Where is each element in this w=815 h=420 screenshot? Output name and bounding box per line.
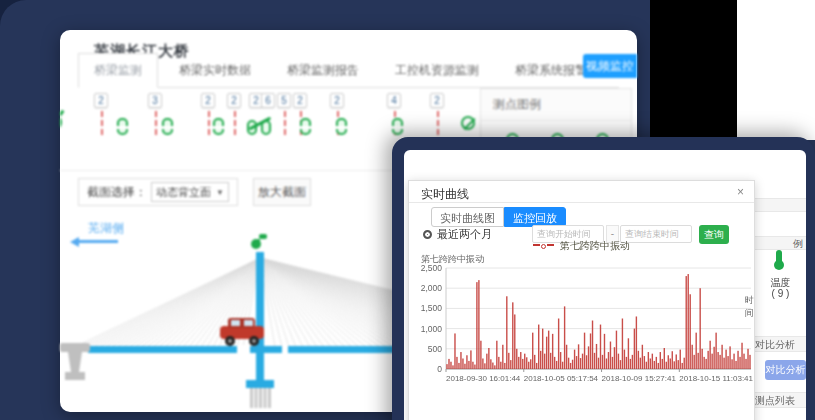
chart-bar	[612, 357, 613, 369]
chart-bar	[644, 356, 645, 369]
chart-bar	[664, 348, 665, 369]
chart-bar	[678, 360, 679, 369]
car-window	[244, 320, 253, 326]
chart-bar	[626, 357, 627, 369]
chart-bar	[654, 361, 655, 369]
chart-bar	[701, 349, 702, 369]
x-tick-label: 2018-10-05 05:17:54	[524, 374, 599, 383]
compare-analysis-button[interactable]: 对比分析	[765, 360, 806, 380]
chart-bar	[672, 351, 673, 369]
chart-bar	[666, 362, 667, 369]
chart-bar	[594, 353, 595, 369]
chart-bar	[737, 351, 738, 369]
chart-bar	[558, 319, 559, 370]
pile	[255, 388, 258, 408]
chart-bar	[584, 333, 585, 369]
chart-bar	[614, 347, 615, 369]
temperature-count: ( 9 )	[755, 288, 806, 299]
chart-bar	[727, 356, 728, 369]
left-pier-stem	[68, 352, 82, 372]
chart-bar	[711, 354, 712, 369]
chart-bar	[448, 359, 449, 369]
chart-bar	[578, 344, 579, 369]
chart-bar	[554, 357, 555, 369]
chart-bar	[602, 355, 603, 369]
chart-bar	[466, 355, 467, 369]
chart-bar	[508, 353, 509, 369]
y-tick-label: 2,000	[421, 283, 443, 293]
chart-bar	[691, 345, 692, 369]
chart-bar	[638, 351, 639, 369]
chart-bar	[743, 354, 744, 369]
deck-gap	[282, 345, 288, 354]
chart-bar	[534, 355, 535, 369]
chart-bar	[494, 365, 495, 369]
chart-bar	[502, 345, 503, 369]
chart-bar	[709, 341, 710, 369]
bridge-cable	[260, 258, 373, 347]
chart-bar	[490, 359, 491, 369]
chart-bar	[610, 342, 611, 369]
chart-bar	[518, 357, 519, 369]
chart-bar	[464, 364, 465, 369]
tab-monitor-playback[interactable]: 监控回放	[504, 207, 566, 227]
chart-bar	[642, 345, 643, 369]
chart-bar	[542, 329, 543, 369]
chart-bar	[749, 355, 750, 369]
legend-marker-line	[533, 244, 540, 246]
chart-bar	[456, 357, 457, 369]
bridge-tower	[256, 252, 264, 380]
chart-bar	[556, 361, 557, 369]
vibration-chart: 05001,0001,5002,0002,5002018-09-30 16:01…	[409, 247, 755, 387]
dialog-header: 实时曲线 ×	[409, 181, 754, 203]
chart-bar	[462, 358, 463, 369]
chart-bar	[488, 348, 489, 369]
panel-section-header	[755, 198, 806, 212]
chart-bar	[690, 294, 691, 369]
chart-bar	[662, 359, 663, 369]
chart-bar	[536, 363, 537, 369]
chart-bar	[747, 349, 748, 369]
chart-bar	[721, 345, 722, 369]
chart-bar	[522, 359, 523, 369]
tab-realtime-curve[interactable]: 实时曲线图	[431, 207, 504, 227]
foreground-window: 例 温度 ( 9 ) 对比分析 对比分析 测点列表 实时曲线 × 实时曲线图 监…	[404, 150, 806, 420]
chart-bar	[697, 353, 698, 369]
chart-bar	[634, 329, 635, 369]
chart-bar	[745, 359, 746, 369]
chart-bar	[484, 363, 485, 369]
chart-bar	[590, 333, 591, 369]
chart-bar	[624, 350, 625, 369]
chart-bar	[460, 352, 461, 369]
chart-bar	[622, 319, 623, 370]
chart-bar	[530, 359, 531, 369]
chart-bar	[703, 357, 704, 369]
chart-bar	[504, 363, 505, 369]
chart-bar	[693, 355, 694, 369]
chart-bar	[598, 358, 599, 369]
chart-bar	[480, 341, 481, 369]
chart-bar	[686, 276, 687, 369]
y-tick-label: 1,000	[421, 324, 443, 334]
y-tick-label: 500	[428, 344, 442, 354]
y-tick-label: 1,500	[421, 303, 443, 313]
chart-bar	[454, 333, 455, 369]
y-tick-label: 2,500	[421, 263, 443, 273]
chart-bar	[566, 345, 567, 369]
chart-bar	[640, 358, 641, 369]
chart-bar	[512, 302, 513, 369]
chart-bar	[514, 314, 515, 369]
x-tick-label: 2018-09-30 16:01:44	[446, 374, 521, 383]
chart-bar	[682, 363, 683, 369]
chart-bar	[540, 351, 541, 369]
chart-bar	[650, 358, 651, 369]
chart-bar	[446, 364, 447, 369]
chart-bar	[604, 334, 605, 369]
chart-bar	[520, 352, 521, 369]
chart-bar	[733, 354, 734, 369]
chart-bar	[630, 359, 631, 369]
close-icon[interactable]: ×	[737, 185, 744, 199]
x-tick-label: 2018-10-15 11:03:41	[679, 374, 753, 383]
chart-bar	[572, 360, 573, 369]
chart-bar	[458, 363, 459, 369]
